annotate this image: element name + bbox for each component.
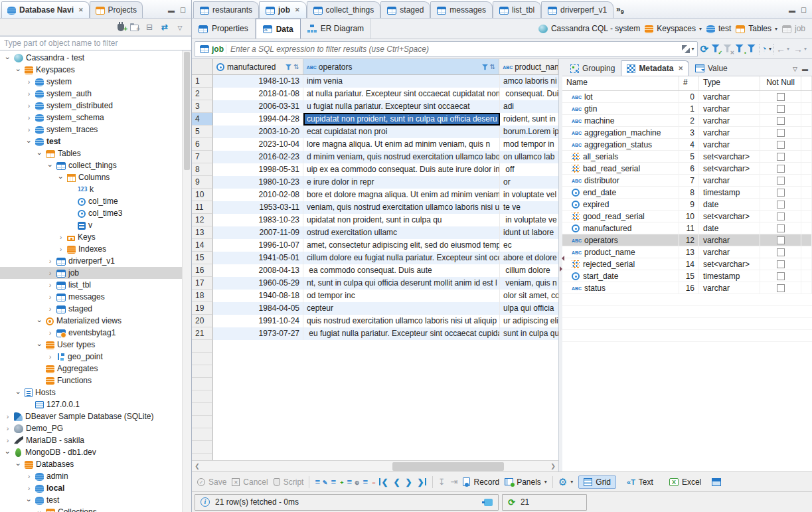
editor-tab-driverperf-v1[interactable]: driverperf_v1 [541,1,613,18]
tree-item-system[interactable]: ›system [0,76,182,88]
sort-icon[interactable]: ⇅ [293,63,299,70]
last-row-icon[interactable]: ❯ [418,477,427,487]
close-icon[interactable]: ✕ [678,65,683,72]
cell-operators[interactable]: upidatat non proident, sunt in culpa qu [303,214,500,226]
tree-item-col-time3[interactable]: col_time3 [0,207,182,219]
breadcrumb-keyspaces[interactable]: Keyspaces▾ [645,24,702,33]
tree-item-functions[interactable]: Functions [0,375,182,386]
cell-product-name[interactable]: consequat. Dui [500,88,558,100]
cell-operators[interactable]: ostrud exercitation ullamc [303,226,500,239]
row-number[interactable]: 11 [192,201,213,214]
panel-column-header-name[interactable]: Name [562,76,679,90]
collapse-icon[interactable]: › [25,497,33,504]
expand-icon[interactable]: › [25,114,33,122]
refresh-icon[interactable]: ⟳ [700,43,709,55]
not-null-checkbox[interactable] [777,189,785,197]
tree-item-materialized-views[interactable]: ›Materialized views [0,315,182,327]
cell-manufactured[interactable]: 2006-03-31 [213,100,303,113]
row-number[interactable]: 7 [192,151,213,163]
scrollbar-thumb[interactable] [392,462,504,471]
minimize-icon[interactable]: ▬ [789,7,795,14]
cell-operators[interactable]: inim venia [303,75,500,88]
not-null-checkbox[interactable] [777,260,785,268]
maximize-panel-icon[interactable] [682,45,690,53]
cell-product-name[interactable]: sunt in culpa qu [500,327,558,340]
tree-item-col-time[interactable]: col_time [0,195,182,207]
breadcrumb-cassandra-cql-system[interactable]: Cassandra CQL - system [538,24,640,33]
cell-product-name[interactable]: ur adipiscing eli [500,315,558,327]
metadata-row-product-name[interactable]: product_name13varchar [562,246,812,258]
expand-icon[interactable]: › [25,102,33,110]
not-null-checkbox[interactable] [777,236,785,244]
new-folder-icon[interactable] [130,25,139,31]
expand-icon[interactable]: › [57,234,64,241]
tree-item-demo-pg[interactable]: ›Demo_PG [0,422,182,434]
cell-operators[interactable]: at nulla pariatur. Excepteur sint occaec… [303,88,500,100]
metadata-row-lot[interactable]: lot0varchar [562,91,812,103]
cell-operators[interactable]: amet, consectetur adipiscing elit, sed d… [303,239,500,252]
metadata-row-machine[interactable]: machine2varchar [562,115,812,127]
tree-item-list-tbl[interactable]: ›list_tbl [0,279,182,291]
cell-manufactured[interactable]: 2016-02-23 [213,151,303,163]
tree-item-aggregates[interactable]: Aggregates [0,363,182,375]
tree-item-test[interactable]: ›test [0,494,182,506]
tree-item-v[interactable]: v [0,219,182,231]
tree-item-dbeaver-sample-database-sqlite[interactable]: ›DBeaver Sample Database (SQLite) [0,410,182,422]
row-number[interactable]: 20 [192,315,213,327]
not-null-checkbox[interactable] [777,201,785,209]
tree-item-mariadb-sakila[interactable]: ›MariaDB - sakila [0,434,182,446]
sidebar-tab-projects[interactable]: Projects [90,1,143,18]
expand-icon[interactable]: › [46,282,54,289]
not-null-checkbox[interactable] [777,105,785,113]
collapse-icon[interactable]: › [4,449,11,456]
tree-item-cassandra-test[interactable]: ›Cassandra - test [0,52,182,64]
next-row-icon[interactable]: ❯ [406,477,412,487]
panel-tab-metadata[interactable]: Metadata✕ [621,60,689,76]
panel-column-header-[interactable]: # [679,76,699,90]
not-null-checkbox[interactable] [777,213,785,220]
row-number[interactable]: 2 [192,88,213,100]
not-null-checkbox[interactable] [777,272,785,280]
metadata-row-status[interactable]: status16varchar [562,282,812,294]
tree-item-hosts[interactable]: ›Hosts [0,386,182,398]
expand-icon[interactable]: › [25,90,33,98]
cell-operators[interactable]: ea commodo consequat. Duis aute [303,264,500,277]
link-with-editor-icon[interactable] [160,23,169,32]
tree-item-system-schema[interactable]: ›system_schema [0,112,182,124]
tree-item-keys[interactable]: ›Keys [0,231,182,243]
chevron-down-icon[interactable]: ▾ [775,26,777,32]
cell-product-name[interactable]: idunt ut labore [500,226,558,239]
metadata-row-aggregation-status[interactable]: aggregation_status4varchar [562,139,812,151]
expand-icon[interactable]: › [46,353,54,361]
tree-item-tables[interactable]: ›Tables [0,147,182,159]
cell-product-name[interactable]: ulpa qui officia [500,302,558,315]
cell-product-name[interactable]: ec [500,239,558,252]
row-number[interactable]: 9 [192,176,213,189]
scroll-right-icon[interactable]: ❯ [548,463,558,469]
cell-operators[interactable]: eu fugiat nulla pariatur. Excepteur sint… [303,327,500,340]
first-row-icon[interactable]: ❮ [378,477,388,487]
row-number[interactable] [192,428,213,441]
row-number[interactable] [192,378,213,390]
grid-horizontal-scrollbar[interactable]: ❮ ❯ [192,460,558,471]
cell-manufactured[interactable]: 2023-10-04 [213,138,303,151]
row-number[interactable]: 12 [192,214,213,226]
panel-column-header-not-null[interactable]: Not Null [760,76,801,90]
cell-manufactured[interactable]: 2003-10-20 [213,126,303,138]
metadata-row-rejected-serial[interactable]: rejected_serial14set<varchar> [562,258,812,270]
cell-manufactured[interactable]: 1996-10-07 [213,239,303,252]
row-number[interactable]: 14 [192,239,213,252]
expand-icon[interactable]: › [25,78,33,86]
expand-icon[interactable]: › [4,437,11,444]
expand-icon[interactable]: › [4,413,11,420]
metadata-row-all-serials[interactable]: all_serials5set<varchar> [562,151,812,163]
collapse-icon[interactable]: › [36,341,43,349]
view-button-text[interactable]: «TText [621,475,659,489]
cell-manufactured[interactable]: 2007-11-09 [213,226,303,239]
panel-minimize-icon[interactable]: ▬ [802,66,808,72]
editor-tab-list-tbl[interactable]: list_tbl [493,1,541,18]
apply-changes-icon[interactable]: ≡✎ [315,477,325,487]
record-button[interactable]: Record [463,477,499,487]
cell-operators[interactable]: ecat cupidatat non proi [303,126,500,138]
cell-product-name[interactable]: or [500,176,558,189]
